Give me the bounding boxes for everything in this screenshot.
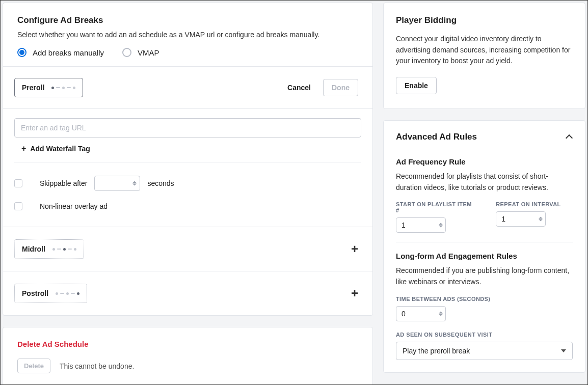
time-between-ads-label: TIME BETWEEN ADS (SECONDS) xyxy=(396,296,573,302)
postroll-chip[interactable]: Postroll xyxy=(14,284,87,303)
chevron-up-icon xyxy=(566,133,573,141)
add-midroll-button[interactable]: + xyxy=(351,243,358,255)
time-between-ads-input[interactable]: 0 xyxy=(396,306,446,321)
skippable-suffix: seconds xyxy=(147,179,174,187)
repeat-on-interval-label: REPEAT ON INTERVAL xyxy=(496,201,575,207)
ad-frequency-desc: Recommended for playlists that consist o… xyxy=(396,171,573,193)
ad-subsequent-visit-label: AD SEEN ON SUBSEQUENT VISIT xyxy=(396,332,573,338)
ad-frequency-title: Ad Frequency Rule xyxy=(396,157,573,166)
delete-ad-schedule-card: Delete Ad Schedule Delete This cannot be… xyxy=(3,327,373,385)
ad-tag-url-input[interactable] xyxy=(14,118,361,138)
plus-icon: + xyxy=(21,145,26,153)
radio-selected-icon xyxy=(17,48,26,57)
number-spinner-icon xyxy=(439,311,443,316)
nonlinear-label: Non-linear overlay ad xyxy=(40,202,108,210)
preroll-chip[interactable]: Preroll xyxy=(14,78,83,97)
enable-player-bidding-button[interactable]: Enable xyxy=(396,77,437,94)
start-on-playlist-label: START ON PLAYLIST ITEM # xyxy=(396,201,475,213)
start-on-playlist-input[interactable]: 1 xyxy=(396,217,446,233)
delete-button[interactable]: Delete xyxy=(17,359,50,373)
advanced-ad-rules-card: Advanced Ad Rules Ad Frequency Rule Reco… xyxy=(383,120,585,373)
nonlinear-checkbox[interactable] xyxy=(14,202,22,210)
player-bidding-card: Player Bidding Connect your digital vide… xyxy=(383,3,585,109)
number-spinner-icon xyxy=(132,181,137,186)
cancel-button[interactable]: Cancel xyxy=(287,84,311,92)
player-bidding-desc: Connect your digital video inventory dir… xyxy=(396,34,573,67)
number-spinner-icon xyxy=(439,223,443,228)
midroll-chip[interactable]: Midroll xyxy=(14,239,84,259)
ad-subsequent-visit-select[interactable]: Play the preroll break xyxy=(396,342,573,360)
skippable-seconds-input[interactable] xyxy=(94,176,140,191)
done-button[interactable]: Done xyxy=(323,79,358,96)
radio-add-breaks-manually[interactable]: Add breaks manually xyxy=(17,48,104,57)
repeat-on-interval-input[interactable]: 1 xyxy=(496,211,546,227)
chevron-down-icon xyxy=(561,349,566,352)
longform-rules-desc: Recommended if you are publishing long-f… xyxy=(396,265,573,287)
add-waterfall-tag-button[interactable]: + Add Waterfall Tag xyxy=(14,138,361,162)
configure-title: Configure Ad Breaks xyxy=(17,15,358,25)
configure-ad-breaks-card: Configure Ad Breaks Select whether you w… xyxy=(3,3,373,316)
player-bidding-title: Player Bidding xyxy=(396,15,573,25)
advanced-ad-rules-toggle[interactable]: Advanced Ad Rules xyxy=(384,121,585,152)
skippable-checkbox[interactable] xyxy=(14,179,22,187)
position-dots-icon xyxy=(51,87,75,89)
radio-unselected-icon xyxy=(122,48,131,57)
position-dots-icon xyxy=(56,292,79,295)
longform-rules-title: Long-form Ad Engagement Rules xyxy=(396,252,573,260)
skippable-prefix: Skippable after xyxy=(40,179,87,187)
delete-warning: This cannot be undone. xyxy=(60,362,134,370)
position-dots-icon xyxy=(52,248,76,251)
radio-vmap[interactable]: VMAP xyxy=(122,48,159,57)
add-postroll-button[interactable]: + xyxy=(351,287,358,299)
delete-title: Delete Ad Schedule xyxy=(17,340,358,348)
number-spinner-icon xyxy=(539,217,543,222)
configure-subtitle: Select whether you want to add an ad sch… xyxy=(17,31,358,39)
